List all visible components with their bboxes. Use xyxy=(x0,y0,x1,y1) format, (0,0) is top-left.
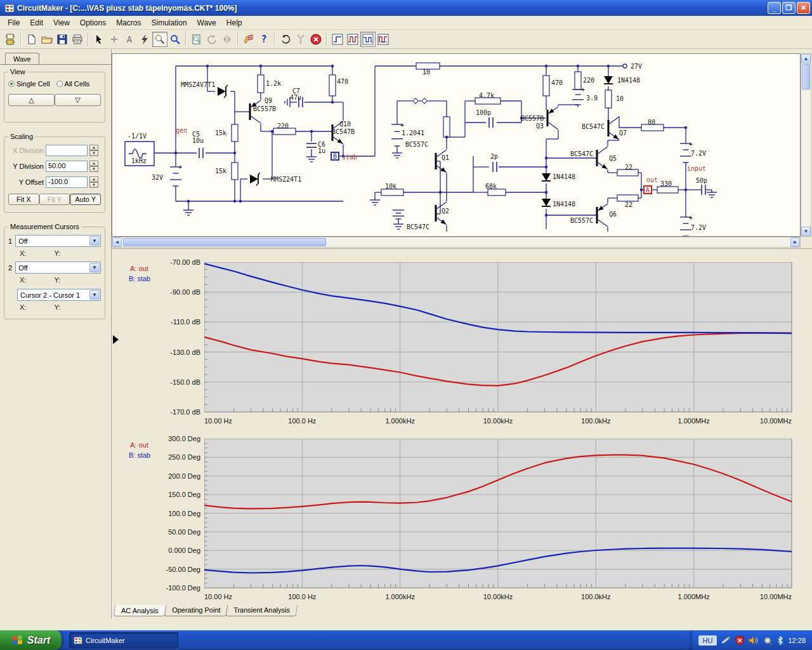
page-zoom-icon[interactable] xyxy=(189,32,204,47)
ac-phase-chart[interactable] xyxy=(204,439,793,589)
wire-bolt-icon[interactable] xyxy=(137,32,152,47)
x-tick-label: 100.0 Hz xyxy=(280,593,324,600)
schematic-canvas[interactable]: BA-1/1V1kHzgen32VC510u15k15kMMSZ4V7T11.2… xyxy=(112,53,801,237)
parts-bin-icon[interactable] xyxy=(3,32,18,47)
cursor2-select[interactable]: Off ▼ xyxy=(15,262,101,274)
transistor-pnp xyxy=(597,204,608,227)
x-division-spinner[interactable]: ▲▼ xyxy=(89,145,98,156)
help-icon[interactable]: ? xyxy=(256,32,272,47)
y-tick-label: -130.0 dB xyxy=(159,348,200,356)
menu-item-simulation[interactable]: Simulation xyxy=(147,17,192,29)
tab-wave[interactable]: Wave xyxy=(5,53,39,65)
rotate-icon[interactable] xyxy=(204,32,219,47)
wave-mixed-icon[interactable] xyxy=(360,32,376,47)
menu-item-macros[interactable]: Macros xyxy=(111,17,146,29)
new-file-icon[interactable] xyxy=(24,32,39,47)
scroll-right-icon[interactable]: ► xyxy=(790,237,800,247)
volume-icon[interactable] xyxy=(749,635,759,646)
schematic-horizontal-scrollbar[interactable]: ◄ ► xyxy=(112,237,801,248)
radio-single-cell[interactable]: Single Cell xyxy=(8,80,50,88)
cell-up-button[interactable]: △ xyxy=(8,94,55,106)
edit-check-icon[interactable] xyxy=(241,32,256,47)
scrollbar-thumb[interactable] xyxy=(802,64,810,90)
tab-transient-analysis[interactable]: Transient Analysis xyxy=(226,605,298,616)
scroll-up-icon[interactable]: ▲ xyxy=(801,54,811,63)
diode xyxy=(542,173,551,181)
ground-symbol xyxy=(370,197,380,205)
restore-button[interactable]: ❐ xyxy=(782,2,796,14)
junction-dot xyxy=(233,200,236,202)
language-indicator[interactable]: HU xyxy=(698,635,717,646)
y-division-input[interactable]: 50.00 xyxy=(46,161,88,172)
y-tick-label: 100.0 Deg xyxy=(159,510,200,517)
chevron-down-icon: ▼ xyxy=(89,263,100,272)
menu-item-help[interactable]: Help xyxy=(221,17,247,29)
resistor xyxy=(617,195,638,201)
scroll-down-icon[interactable]: ▼ xyxy=(801,227,811,236)
wave-digital-1-icon[interactable] xyxy=(330,32,345,47)
print-icon[interactable] xyxy=(70,32,85,47)
stop-icon[interactable] xyxy=(308,32,324,47)
legend-entry: B: stab xyxy=(129,275,150,282)
probe-a[interactable]: A xyxy=(644,186,652,194)
cursor1-select[interactable]: Off ▼ xyxy=(15,235,101,247)
security-shield-alert-icon[interactable] xyxy=(735,635,745,646)
y-division-spinner[interactable]: ▲▼ xyxy=(89,161,98,172)
taskbar-item-circuitmaker[interactable]: CircuitMaker xyxy=(69,632,178,648)
auto-y-button[interactable]: Auto Y xyxy=(70,194,101,205)
tablet-pen-icon[interactable] xyxy=(721,635,731,646)
menu-item-view[interactable]: View xyxy=(48,17,75,29)
menu-item-file[interactable]: File xyxy=(3,17,25,29)
fit-x-button[interactable]: Fit X xyxy=(8,194,39,205)
battery xyxy=(393,210,404,219)
ac-magnitude-chart[interactable] xyxy=(204,262,793,413)
junction-dot xyxy=(607,65,610,67)
mirror-icon[interactable] xyxy=(219,32,235,47)
schematic-wires xyxy=(154,66,712,237)
wave-analog-icon[interactable] xyxy=(345,32,360,47)
scroll-left-icon[interactable]: ◄ xyxy=(112,237,122,247)
y-offset-spinner[interactable]: ▲▼ xyxy=(89,176,98,188)
wave-digital-2-icon[interactable] xyxy=(376,32,391,47)
radio-all-cells[interactable]: All Cells xyxy=(56,80,90,88)
tab-label: AC Analysis xyxy=(121,607,159,614)
cell-down-button[interactable]: ▽ xyxy=(55,94,101,106)
junction-dot xyxy=(206,65,209,67)
save-icon[interactable] xyxy=(55,32,70,47)
menu-item-options[interactable]: Options xyxy=(75,17,111,29)
scrollbar-thumb[interactable] xyxy=(123,238,326,246)
zoom-tool-icon[interactable] xyxy=(152,32,167,47)
schematic-vertical-scrollbar[interactable]: ▲ ▼ xyxy=(801,53,811,237)
open-folder-icon[interactable] xyxy=(39,32,55,47)
probe-icon[interactable] xyxy=(293,32,308,47)
y-offset-input[interactable]: -100.0 xyxy=(46,176,88,188)
bluetooth-icon[interactable] xyxy=(776,635,784,646)
cursor-diff-x-label: X: xyxy=(20,303,26,311)
cursor-diff-select[interactable]: Cursor 2 - Cursor 1 ▼ xyxy=(17,289,101,301)
search-icon[interactable] xyxy=(167,32,183,47)
probe-b[interactable]: B xyxy=(331,152,339,160)
minimize-button[interactable]: _ xyxy=(768,2,781,14)
audio-device-icon[interactable] xyxy=(763,635,773,646)
text-tool-icon[interactable]: A xyxy=(122,32,137,47)
svg-text:22: 22 xyxy=(625,164,632,171)
junction-dot xyxy=(545,191,547,194)
svg-text:15k: 15k xyxy=(215,168,226,175)
svg-text:1.2041: 1.2041 xyxy=(402,129,424,136)
start-button[interactable]: Start xyxy=(0,630,62,650)
reset-icon[interactable] xyxy=(278,32,293,47)
svg-text:32V: 32V xyxy=(152,174,163,181)
splitter-arrow-icon[interactable] xyxy=(113,335,119,344)
menu-item-edit[interactable]: Edit xyxy=(25,17,48,29)
close-button[interactable]: ✕ xyxy=(797,2,810,14)
plus-icon[interactable] xyxy=(107,32,122,47)
x-division-input[interactable] xyxy=(46,145,88,156)
svg-text:?: ? xyxy=(261,34,266,44)
fit-y-button[interactable]: Fit Y xyxy=(39,194,70,205)
svg-text:10k: 10k xyxy=(385,183,396,190)
menu-item-wave[interactable]: Wave xyxy=(192,17,221,29)
select-arrow-icon[interactable] xyxy=(91,32,107,47)
svg-text:1N4148: 1N4148 xyxy=(553,173,575,180)
tab-operating-point[interactable]: Operating Point xyxy=(164,605,228,616)
tab-ac-analysis[interactable]: AC Analysis xyxy=(114,605,166,616)
